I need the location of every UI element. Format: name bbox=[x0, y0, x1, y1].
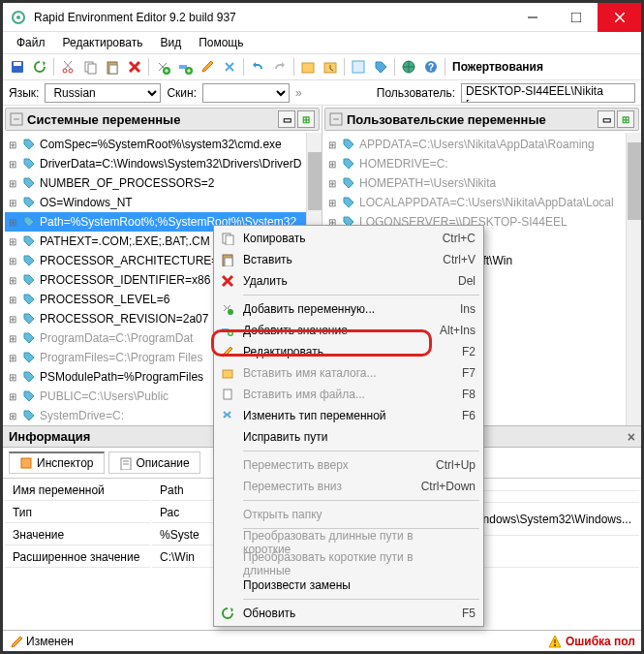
skin-select[interactable] bbox=[202, 83, 290, 103]
ctx-insfile: Вставить имя файла...F8 bbox=[216, 384, 481, 405]
lang-label: Язык: bbox=[9, 86, 39, 100]
expand-toggle[interactable]: ⊞ bbox=[7, 140, 18, 150]
undo-icon[interactable] bbox=[247, 56, 268, 78]
tab-inspector[interactable]: Инспектор bbox=[9, 452, 105, 474]
pane-collapse-button[interactable]: ▭ bbox=[598, 110, 615, 128]
tree-row[interactable]: ⊞LOCALAPPDATA=C:\Users\Nikita\AppData\Lo… bbox=[324, 193, 639, 212]
tree-row[interactable]: ⊞OS=Windows_NT bbox=[5, 193, 320, 212]
expand-toggle[interactable]: ⊞ bbox=[7, 372, 18, 383]
expand-toggle[interactable]: ⊞ bbox=[7, 391, 18, 402]
menu-edit[interactable]: Редактировать bbox=[55, 34, 151, 51]
refresh-icon bbox=[220, 606, 235, 621]
ctx-shortcut: F6 bbox=[462, 409, 475, 422]
expand-icon[interactable] bbox=[329, 112, 343, 126]
expand-toggle[interactable]: ⊞ bbox=[7, 178, 18, 189]
backup-icon[interactable] bbox=[297, 56, 319, 78]
maximize-button[interactable] bbox=[554, 3, 598, 32]
system-pane-title: Системные переменные bbox=[27, 112, 180, 127]
paste-icon[interactable] bbox=[102, 56, 123, 78]
svg-rect-48 bbox=[222, 328, 229, 331]
tree-row-label: PUBLIC=C:\Users\Public bbox=[40, 389, 169, 403]
ctx-label: Добавить переменную... bbox=[243, 302, 441, 316]
delete-icon[interactable] bbox=[124, 56, 145, 78]
globe-icon[interactable] bbox=[398, 56, 419, 78]
pane-expand-button[interactable]: ⊞ bbox=[617, 110, 634, 128]
copy-icon[interactable] bbox=[79, 56, 101, 78]
ctx-item[interactable]: Исправить пути bbox=[216, 426, 481, 448]
expand-icon[interactable] bbox=[10, 112, 23, 126]
tree-row-label: OS=Windows_NT bbox=[40, 196, 133, 209]
var-icon bbox=[22, 176, 36, 190]
tree-row[interactable]: ⊞NUMBER_OF_PROCESSORS=2 bbox=[5, 173, 320, 193]
tree-row[interactable]: ⊞ComSpec=%SystemRoot%\system32\cmd.exe bbox=[5, 135, 320, 154]
filter-icon[interactable] bbox=[348, 56, 369, 78]
expand-toggle[interactable]: ⊞ bbox=[7, 353, 18, 363]
save-icon[interactable] bbox=[7, 56, 28, 78]
change-type-icon[interactable] bbox=[219, 56, 240, 78]
lang-select[interactable]: Russian bbox=[45, 83, 161, 103]
ctx-copy[interactable]: КопироватьCtrl+C bbox=[216, 228, 481, 249]
expand-toggle[interactable]: ⊞ bbox=[7, 411, 18, 421]
add-val-icon[interactable] bbox=[174, 56, 196, 78]
tab-description[interactable]: Описание bbox=[108, 452, 200, 474]
ctx-item: Преобразовать короткие пути в длинные bbox=[216, 553, 481, 575]
var-icon bbox=[22, 138, 36, 151]
ctx-delete[interactable]: УдалитьDel bbox=[216, 270, 481, 292]
tree-row[interactable]: ⊞APPDATA=C:\Users\Nikita\AppData\Roaming bbox=[324, 135, 639, 154]
expand-toggle[interactable]: ⊞ bbox=[7, 198, 18, 208]
ctx-refresh[interactable]: ОбновитьF5 bbox=[216, 603, 481, 624]
expand-toggle[interactable]: ⊞ bbox=[7, 159, 18, 170]
cut-icon[interactable] bbox=[57, 56, 78, 78]
ctx-label: Исправить пути bbox=[243, 430, 456, 444]
ctx-item[interactable]: Произвести замены bbox=[216, 575, 481, 596]
ctx-addval[interactable]: Добавить значениеAlt+Ins bbox=[216, 320, 481, 341]
tree-row[interactable]: ⊞DriverData=C:\Windows\System32\Drivers\… bbox=[5, 154, 320, 173]
ctx-paste[interactable]: ВставитьCtrl+V bbox=[216, 249, 481, 270]
expand-toggle[interactable]: ⊞ bbox=[7, 256, 18, 266]
menu-view[interactable]: Вид bbox=[152, 34, 189, 51]
refresh-icon[interactable] bbox=[29, 56, 50, 78]
pane-expand-button[interactable]: ⊞ bbox=[297, 110, 315, 128]
ctx-label: Редактировать bbox=[243, 345, 443, 358]
ctx-edit[interactable]: РедактироватьF2 bbox=[216, 341, 481, 362]
expand-toggle[interactable]: ⊞ bbox=[326, 140, 338, 150]
expand-toggle[interactable]: ⊞ bbox=[326, 198, 338, 208]
expand-toggle[interactable]: ⊞ bbox=[326, 178, 338, 189]
expand-toggle[interactable]: ⊞ bbox=[7, 314, 18, 325]
redo-icon[interactable] bbox=[269, 56, 291, 78]
system-pane-header: Системные переменные ▭ ⊞ bbox=[5, 108, 320, 131]
ctx-label: Произвести замены bbox=[243, 578, 456, 592]
svg-rect-15 bbox=[109, 65, 117, 74]
help-icon[interactable]: ? bbox=[420, 56, 442, 78]
user-label: Пользователь: bbox=[377, 86, 455, 100]
tag-icon[interactable] bbox=[370, 56, 391, 78]
svg-point-47 bbox=[228, 309, 233, 315]
tree-row[interactable]: ⊞HOMEDRIVE=C: bbox=[324, 154, 639, 173]
expand-toggle[interactable]: ⊞ bbox=[7, 236, 18, 247]
ctx-addvar[interactable]: Добавить переменную...Ins bbox=[216, 298, 481, 320]
donate-button[interactable]: Пожертвования bbox=[452, 60, 543, 74]
svg-rect-44 bbox=[225, 258, 232, 266]
edit-icon[interactable] bbox=[197, 56, 218, 78]
scrollbar[interactable] bbox=[626, 133, 641, 425]
close-button[interactable] bbox=[598, 3, 641, 32]
restore-icon[interactable] bbox=[320, 56, 341, 78]
expand-toggle[interactable]: ⊞ bbox=[7, 333, 18, 344]
pane-collapse-button[interactable]: ▭ bbox=[278, 110, 295, 128]
var-icon bbox=[22, 409, 36, 422]
tree-row[interactable]: ⊞HOMEPATH=\Users\Nikita bbox=[324, 173, 639, 193]
tree-row-label: SystemDrive=C: bbox=[40, 409, 124, 422]
add-var-icon[interactable] bbox=[152, 56, 173, 78]
ctx-label: Обновить bbox=[243, 607, 443, 620]
ctx-chtype[interactable]: Изменить тип переменнойF6 bbox=[216, 405, 481, 426]
info-close-icon[interactable]: × bbox=[628, 429, 635, 445]
expand-toggle[interactable]: ⊞ bbox=[7, 295, 18, 305]
expand-toggle[interactable]: ⊞ bbox=[7, 275, 18, 286]
user-select[interactable]: DESKTOP-SI44EEL\Nikita [текущ bbox=[461, 83, 635, 103]
menu-help[interactable]: Помощь bbox=[191, 34, 251, 51]
tree-row-label: LOCALAPPDATA=C:\Users\Nikita\AppData\Loc… bbox=[359, 196, 614, 209]
expand-toggle[interactable]: ⊞ bbox=[7, 217, 18, 228]
expand-toggle[interactable]: ⊞ bbox=[326, 159, 338, 170]
menu-file[interactable]: Файл bbox=[9, 34, 53, 51]
minimize-button[interactable] bbox=[510, 3, 554, 32]
